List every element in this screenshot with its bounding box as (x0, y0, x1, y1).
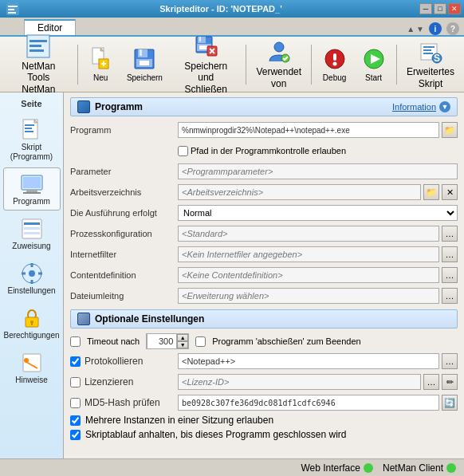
lizenzieren-checkbox[interactable] (70, 377, 81, 387)
sidebar-item-zuweisung[interactable]: Zuweisung (3, 212, 61, 255)
lizenzieren-input[interactable] (178, 374, 421, 390)
status-bar: Web Interface NetMan Client (0, 458, 464, 476)
svg-rect-34 (423, 46, 435, 48)
svg-rect-57 (38, 273, 42, 275)
dateiumleitng-input[interactable] (178, 288, 439, 304)
save-close-label: Speichern und Schließen (176, 61, 235, 95)
internetfilter-btn[interactable]: … (442, 246, 458, 262)
sidebar-item-hinweise[interactable]: Hinweise (3, 346, 61, 389)
programm-browse-btn[interactable]: 📁 (442, 122, 458, 138)
md5-input[interactable]: be0928c307fe36d9dc081df1cdfc6946 (178, 395, 439, 411)
protokollieren-row: Protokollieren … (70, 352, 458, 370)
sidebar-item-einstellungen[interactable]: Einstellungen (3, 257, 61, 300)
arbeitsverzeichnis-browse-btn[interactable]: 📁 (423, 184, 439, 200)
md5-form-label: MD5-Hash prüfen (70, 397, 178, 408)
internetfilter-row: Internetfilter … (70, 246, 458, 263)
spinner-down-btn[interactable]: ▼ (177, 341, 188, 348)
timeout-checkbox[interactable] (70, 336, 81, 347)
info-button[interactable]: i (429, 22, 442, 35)
contentdefinition-label: Contentdefinition (70, 270, 178, 280)
programm-section-icon (77, 100, 90, 113)
prozesskonfiguration-label: Prozesskonfiguration (70, 229, 178, 238)
abschliessen-checkbox[interactable] (195, 336, 206, 347)
web-interface-dot (364, 463, 373, 473)
md5-checkbox[interactable] (70, 398, 81, 408)
dateiumleitng-label: Dateiumleitng (70, 291, 178, 301)
prozesskonfiguration-row: Prozesskonfiguration … (70, 225, 458, 242)
nav-down-icon[interactable]: ▼ (416, 25, 424, 33)
nav-up-icon[interactable]: ▲ (407, 25, 415, 33)
lizenzieren-edit-btn[interactable]: ✏ (442, 374, 458, 390)
section-expand-icon[interactable]: ▼ (439, 101, 450, 112)
ausfuehrung-select[interactable]: Normal Minimiert Maximiert Versteckt (178, 205, 458, 221)
mehrere-instanzen-checkbox[interactable] (70, 415, 81, 426)
minimize-button[interactable]: ─ (419, 3, 432, 14)
toolbar-used-by[interactable]: Verwendet von (251, 35, 306, 93)
protokollieren-btn[interactable]: … (442, 353, 458, 369)
sidebar-item-skript[interactable]: Skript(Programm) (3, 113, 61, 166)
ausfuehrung-field: Normal Minimiert Maximiert Versteckt (178, 205, 458, 221)
md5-refresh-btn[interactable]: 🔄 (442, 395, 458, 411)
title-bar: Skripteditor - ID: 'NOTEPAD_' ─ □ ✕ (0, 0, 464, 18)
contentdefinition-row: Contentdefinition … (70, 266, 458, 284)
toolbar-save[interactable]: Speichern (122, 42, 168, 87)
lizenzieren-field: … ✏ (178, 374, 458, 390)
svg-rect-6 (29, 45, 41, 47)
contentdefinition-input[interactable] (178, 267, 439, 283)
toolbar-sep-4 (396, 45, 397, 85)
section-header-right[interactable]: Information ▼ (392, 101, 450, 112)
svg-rect-49 (24, 222, 40, 225)
maximize-button[interactable]: □ (434, 3, 446, 14)
timeout-value[interactable]: 300 (147, 333, 177, 349)
spinner-up-btn[interactable]: ▲ (177, 334, 188, 341)
skriptablauf-checkbox[interactable] (70, 430, 81, 440)
abschliessen-label: Programm 'abschießen' zum Beenden (212, 336, 360, 346)
svg-rect-43 (25, 131, 33, 132)
contentdefinition-btn[interactable]: … (442, 267, 458, 283)
sidebar-item-programm[interactable]: Programm (3, 167, 61, 210)
sidebar-zuweisung-label: Zuweisung (12, 242, 50, 251)
netman-client-status: NetMan Client (383, 462, 456, 474)
svg-rect-55 (30, 280, 33, 284)
toolbar-save-close[interactable]: Speichern und Schließen (171, 30, 241, 99)
web-interface-label: Web Interface (301, 462, 360, 474)
svg-rect-7 (29, 49, 44, 52)
prozesskonfiguration-input[interactable] (178, 226, 439, 242)
protokollieren-input[interactable] (178, 353, 439, 369)
toolbar-sep-1 (77, 45, 78, 85)
sidebar: Seite Skript(Programm) (0, 92, 64, 458)
section-header-left: Programm (77, 100, 143, 113)
svg-rect-45 (23, 177, 41, 188)
advanced-label: Erweitertes Skript (407, 66, 454, 89)
berechtigungen-icon (19, 305, 45, 331)
toolbar-start[interactable]: Start (356, 42, 391, 87)
md5-label: MD5-Hash prüfen (85, 397, 160, 408)
internetfilter-input[interactable] (178, 246, 439, 262)
lizenzieren-browse-btn[interactable]: … (423, 374, 439, 390)
programm-input[interactable] (178, 122, 439, 138)
parameter-input[interactable] (178, 163, 458, 179)
toolbar-debug[interactable]: Debug (317, 42, 352, 87)
protokollieren-checkbox[interactable] (70, 356, 81, 367)
skriptablauf-row: Skriptablauf anhalten, bis dieses Progra… (70, 429, 458, 440)
information-link[interactable]: Information (392, 102, 436, 112)
close-button[interactable]: ✕ (448, 3, 461, 14)
skript-icon (19, 117, 45, 143)
dateiumleitng-btn[interactable]: … (442, 288, 458, 304)
prozesskonfiguration-btn[interactable]: … (442, 226, 458, 242)
timeout-spinner: 300 ▲ ▼ (146, 333, 189, 349)
sidebar-skript-label: Skript(Programm) (10, 143, 53, 162)
svg-rect-62 (23, 354, 41, 372)
arbeitsverzeichnis-clear-btn[interactable]: ✕ (442, 184, 458, 200)
toolbar-new[interactable]: Neu (83, 42, 119, 87)
svg-point-26 (274, 42, 284, 52)
toolbar-netman-tools[interactable]: NetMan Tools NetMan (5, 30, 73, 99)
lizenzieren-row: Lizenzieren … ✏ (70, 373, 458, 391)
help-button[interactable]: ? (446, 22, 459, 35)
arbeitsverzeichnis-input[interactable] (178, 184, 421, 200)
sidebar-item-berechtigungen[interactable]: Berechtigungen (3, 301, 61, 344)
window-title: Skripteditor - ID: 'NOTEPAD_' (22, 4, 419, 14)
toolbar-advanced[interactable]: S Erweitertes Skript (402, 35, 459, 93)
pfad-checkbox[interactable] (178, 146, 188, 156)
sidebar-programm-label: Programm (13, 197, 50, 207)
